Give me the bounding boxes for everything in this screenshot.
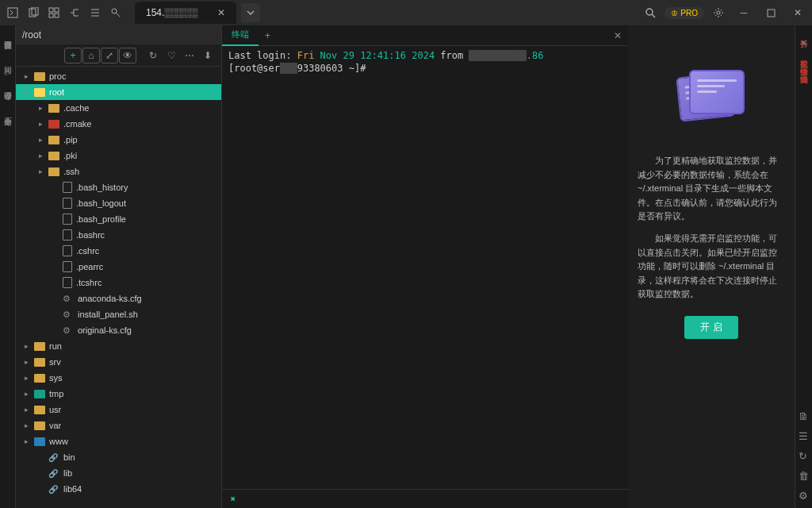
tree-item[interactable]: ▸www xyxy=(16,433,221,449)
folder-icon xyxy=(34,437,45,446)
folder-icon xyxy=(48,120,59,129)
copy-icon[interactable] xyxy=(24,3,43,22)
svg-rect-3 xyxy=(49,8,53,12)
tree-item[interactable]: ▸.cmake xyxy=(16,116,221,132)
tab-add-button[interactable] xyxy=(241,3,260,22)
tree-item-label: .pip xyxy=(63,135,78,144)
folder-icon xyxy=(48,136,59,144)
eye-icon[interactable]: 👁 xyxy=(119,48,136,64)
rail-commands[interactable]: 命令管理 xyxy=(2,83,13,89)
tree-item[interactable]: ⚙install_panel.sh xyxy=(16,306,221,322)
list-icon[interactable] xyxy=(86,3,105,22)
gear-icon[interactable]: ⚙ xyxy=(799,490,809,502)
rail-monitor[interactable]: 主机监控 xyxy=(799,50,810,56)
home-icon[interactable]: ⌂ xyxy=(82,48,100,64)
tree-item[interactable]: 🔗lib64 xyxy=(16,481,221,497)
enable-button[interactable]: 开 启 xyxy=(684,316,737,339)
folder-icon xyxy=(34,421,45,430)
tab-title: 154.░░░░░ xyxy=(146,7,198,18)
close-button[interactable]: ✕ xyxy=(787,3,809,22)
tree-item-label: .tcshrc xyxy=(76,278,102,287)
terminal-body[interactable]: Last login: Fri Nov 29 12:41:16 2024 fro… xyxy=(222,46,628,489)
add-button[interactable]: + xyxy=(64,48,82,64)
folder-icon xyxy=(48,152,59,160)
tree-item-label: .bash_profile xyxy=(76,214,126,224)
tree-item[interactable]: ▸.ssh xyxy=(16,164,221,179)
tree-item[interactable]: ▸proc xyxy=(16,68,221,84)
trash-icon[interactable]: 🗑 xyxy=(799,470,809,482)
rail-split[interactable]: 拆分 xyxy=(799,30,810,37)
tree-item[interactable]: ▾root xyxy=(16,84,221,100)
rail-explorer[interactable]: 资源管理器 xyxy=(2,32,13,38)
tree-item[interactable]: ▸tmp xyxy=(16,386,221,402)
tree-item[interactable]: ▸.cache xyxy=(16,100,221,116)
list2-icon[interactable]: ☰ xyxy=(799,430,809,442)
note-icon[interactable]: 🗎 xyxy=(799,410,809,422)
file-icon xyxy=(63,198,72,209)
rail-close-icon[interactable]: ✕ xyxy=(800,38,807,48)
tree-item[interactable]: ▸usr xyxy=(16,402,221,418)
key-icon[interactable] xyxy=(106,3,125,22)
rail-shortcut[interactable]: 快捷指令 xyxy=(799,58,810,64)
tree-item[interactable]: .tcshrc xyxy=(16,275,221,291)
tree-item[interactable]: .bashrc xyxy=(16,227,221,243)
titlebar: 154.░░░░░ ✕ ♔ PRO ─ ✕ xyxy=(0,0,812,25)
tree-item[interactable]: 🔗lib xyxy=(16,465,221,481)
tab-close-icon[interactable]: ✕ xyxy=(214,7,228,18)
info-panel: 为了更精确地获取监控数据，并减少不必要的数据传输，系统会在 ~/.xtermin… xyxy=(628,25,795,508)
terminal-footer: ✦ xyxy=(222,489,628,508)
path-bar[interactable]: /root xyxy=(16,25,221,44)
rail-sync[interactable]: 同步 xyxy=(2,57,13,64)
tree-item[interactable]: ▸srv xyxy=(16,354,221,370)
terminal-close-icon[interactable]: ✕ xyxy=(607,30,628,41)
tree-item[interactable]: .bash_profile xyxy=(16,211,221,227)
pro-badge[interactable]: ♔ PRO xyxy=(665,7,704,19)
rail-history[interactable]: 历史命令 xyxy=(2,108,13,114)
folder-icon xyxy=(34,374,45,383)
menu-icon[interactable] xyxy=(3,3,22,22)
svg-point-9 xyxy=(717,11,720,14)
more-icon[interactable]: ⋯ xyxy=(181,48,198,64)
folder-icon xyxy=(34,390,45,398)
refresh-icon[interactable]: ↻ xyxy=(144,48,162,64)
refresh2-icon[interactable]: ↻ xyxy=(799,450,809,462)
tree-item-label: .bashrc xyxy=(76,230,105,240)
maximize-button[interactable] xyxy=(760,3,782,22)
illustration xyxy=(672,70,751,141)
expand-icon[interactable]: ⤢ xyxy=(101,48,118,64)
connection-tab[interactable]: 154.░░░░░ ✕ xyxy=(135,2,236,24)
tree-item[interactable]: 🔗bin xyxy=(16,449,221,465)
terminal-add-icon[interactable]: + xyxy=(259,30,277,41)
svg-point-8 xyxy=(646,9,653,15)
heart-icon[interactable]: ♡ xyxy=(163,48,180,64)
tree-item[interactable]: .bash_history xyxy=(16,179,221,195)
download-icon[interactable]: ⬇ xyxy=(199,48,216,64)
file-icon xyxy=(63,214,72,225)
tree-item[interactable]: ▸run xyxy=(16,338,221,354)
rail-edit[interactable]: 文件编辑 xyxy=(799,66,810,72)
caret-icon: ▸ xyxy=(22,358,30,366)
search-icon[interactable] xyxy=(641,3,660,22)
tree-item[interactable]: ▸.pki xyxy=(16,148,221,164)
tree-item-label: install_panel.sh xyxy=(78,310,138,319)
pin-icon[interactable]: ✦ xyxy=(226,492,239,506)
tree-item[interactable]: ▸var xyxy=(16,418,221,433)
tree-item[interactable]: .cshrc xyxy=(16,243,221,259)
settings-icon[interactable] xyxy=(709,3,728,22)
tree-item[interactable]: .bash_logout xyxy=(16,195,221,211)
tree-item[interactable]: ▸sys xyxy=(16,370,221,386)
tree-item[interactable]: .pearrc xyxy=(16,259,221,275)
tree-item[interactable]: ⚙original-ks.cfg xyxy=(16,322,221,338)
folder-icon xyxy=(34,358,45,367)
tree-item[interactable]: ⚙anaconda-ks.cfg xyxy=(16,291,221,306)
symlink-icon: 🔗 xyxy=(48,469,59,478)
file-tree[interactable]: ▸proc▾root▸.cache▸.cmake▸.pip▸.pki▸.ssh.… xyxy=(16,67,221,508)
minimize-button[interactable]: ─ xyxy=(733,3,755,22)
grid-icon[interactable] xyxy=(44,3,63,22)
tree-item[interactable]: ▸.pip xyxy=(16,132,221,148)
terminal-tab[interactable]: 终端 xyxy=(222,25,259,46)
tree-item-label: proc xyxy=(49,71,66,81)
tree-item-label: sys xyxy=(49,373,63,383)
folder-icon xyxy=(34,72,45,81)
branch-icon[interactable] xyxy=(65,3,84,22)
